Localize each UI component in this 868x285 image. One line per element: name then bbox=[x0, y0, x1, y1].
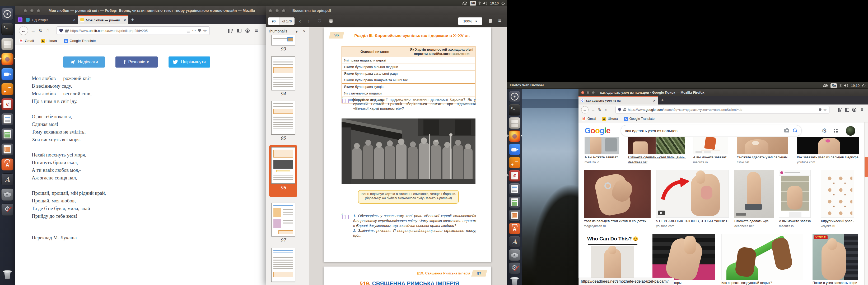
search-query[interactable]: как сделать узел из пальцев bbox=[625, 129, 781, 133]
account-icon[interactable] bbox=[852, 108, 857, 112]
page-number-entry[interactable]: 96 bbox=[268, 17, 279, 25]
tab-close-icon[interactable]: ✕ bbox=[71, 18, 76, 22]
keyboard-layout-indicator[interactable]: Ru bbox=[470, 1, 476, 5]
pinned-tab-icon[interactable] bbox=[18, 17, 23, 22]
result-caption[interactable]: 5 НЕРЕАЛЬНЫХ ТРЮКОВ, ЧТОБЫ УДИВИТЬ ... bbox=[656, 219, 729, 223]
scrollbar-thumb[interactable] bbox=[865, 157, 868, 177]
menu-icon[interactable]: ≡ bbox=[498, 18, 501, 23]
zoom-dropdown[interactable]: 100%▾ bbox=[458, 17, 482, 25]
firefox-icon[interactable] bbox=[1, 53, 13, 65]
sidebar-icon[interactable] bbox=[237, 29, 242, 32]
menu-icon[interactable]: ≡ bbox=[861, 107, 864, 112]
thumbnail-page-94[interactable] bbox=[271, 57, 295, 90]
session-gear-icon[interactable] bbox=[862, 84, 866, 87]
zoom-app-icon[interactable] bbox=[1, 68, 13, 80]
zoom-app-icon[interactable] bbox=[509, 144, 520, 155]
result-caption[interactable]: А вы можете завязат... bbox=[585, 155, 622, 159]
url-text[interactable]: https://www.ukrlib.com.ua/world/printit.… bbox=[70, 29, 185, 33]
back-button[interactable]: ← bbox=[581, 106, 589, 113]
result-caption-hovered[interactable]: Сможете сделать «узел пальцами»... bbox=[628, 155, 686, 159]
document-viewer-icon[interactable] bbox=[509, 170, 520, 182]
page-actions-icon[interactable]: ⋯ bbox=[813, 108, 817, 112]
result-image[interactable] bbox=[821, 170, 854, 218]
terminal-icon[interactable] bbox=[1, 23, 13, 35]
result-caption[interactable]: Сможете сделать «уз... bbox=[734, 219, 774, 223]
minimize-button[interactable] bbox=[586, 91, 590, 94]
new-tab-button[interactable]: + bbox=[661, 97, 664, 103]
thumbnail-page-95[interactable] bbox=[271, 101, 295, 135]
sidebar-toggle-icon[interactable] bbox=[330, 19, 333, 23]
titlebar[interactable]: Всесвітня історія.pdf bbox=[266, 6, 507, 15]
result-image[interactable] bbox=[779, 170, 811, 218]
result-caption[interactable]: Узел из пальцев стал хитом в соцсетях bbox=[584, 219, 651, 223]
bookmark-star-icon[interactable]: ☆ bbox=[824, 107, 827, 112]
home-button[interactable]: ⌂ bbox=[46, 28, 50, 33]
calculator-icon[interactable] bbox=[509, 157, 520, 168]
trash-icon[interactable] bbox=[1, 268, 13, 280]
sidebar-dropdown-icon[interactable]: ▾ bbox=[296, 29, 298, 34]
bluetooth-icon[interactable] bbox=[478, 1, 481, 5]
terminal-icon[interactable] bbox=[509, 104, 520, 116]
result-caption[interactable]: Как завязать узел из пальцев Надюфа... bbox=[797, 155, 862, 159]
thumbnail-page-97[interactable] bbox=[271, 203, 295, 237]
menu-icon[interactable]: ≡ bbox=[255, 28, 258, 33]
result-caption-partial[interactable]: Как сорвать воздушный шарик? bbox=[721, 281, 803, 285]
library-icon[interactable] bbox=[837, 108, 840, 112]
home-button[interactable]: ⌂ bbox=[605, 107, 607, 111]
titlebar[interactable]: Моя любов — рожевий квіт — Роберт Бернс,… bbox=[15, 6, 266, 15]
thumbnail-page-96[interactable] bbox=[271, 147, 295, 184]
result-image[interactable] bbox=[656, 170, 729, 218]
result-caption[interactable]: А вы можете завязат... bbox=[779, 219, 811, 223]
result-image[interactable] bbox=[734, 170, 774, 218]
forward-button[interactable]: → bbox=[31, 28, 35, 33]
result-image[interactable] bbox=[584, 170, 651, 218]
files-icon[interactable] bbox=[509, 117, 520, 129]
result-image-meme[interactable]: Who Can Do This? bbox=[584, 234, 641, 280]
ubuntu-dash-icon[interactable] bbox=[1, 8, 13, 20]
reader-mode-icon[interactable] bbox=[187, 29, 190, 32]
libreoffice-writer-icon[interactable] bbox=[1, 113, 13, 126]
search-box[interactable]: как сделать узел из пальцев bbox=[621, 125, 802, 136]
bookmark-translate[interactable]: Google Translate bbox=[64, 39, 96, 43]
clock[interactable]: 19:10 bbox=[851, 84, 860, 87]
library-icon[interactable] bbox=[228, 29, 232, 33]
result-image[interactable] bbox=[628, 137, 685, 154]
software-center-icon[interactable] bbox=[1, 158, 13, 171]
result-caption[interactable]: А вы можете завязат... bbox=[693, 155, 730, 159]
left-system-tray[interactable]: Ru 19:10 bbox=[463, 0, 505, 6]
reload-button[interactable]: ↻ bbox=[598, 108, 601, 112]
telegram-share-button[interactable]: Надіслати bbox=[63, 57, 105, 68]
twitter-share-button[interactable]: Цвірінькнути bbox=[168, 57, 210, 68]
url-bar[interactable]: https://www.google.com/search?q=как+сдел… bbox=[616, 106, 830, 113]
libreoffice-calc-icon[interactable] bbox=[1, 128, 13, 140]
system-settings-icon[interactable] bbox=[509, 262, 520, 274]
calculator-icon[interactable] bbox=[1, 83, 13, 95]
maximize-button[interactable] bbox=[282, 9, 285, 13]
back-button[interactable]: ← bbox=[19, 26, 28, 35]
maximize-button[interactable] bbox=[592, 91, 595, 94]
libreoffice-impress-icon[interactable] bbox=[509, 210, 520, 221]
libreoffice-writer-icon[interactable] bbox=[509, 183, 520, 195]
camera-search-icon[interactable] bbox=[784, 129, 789, 133]
settings-gear-icon[interactable]: ⚙ bbox=[822, 127, 827, 134]
wifi-icon[interactable] bbox=[463, 2, 467, 5]
a-app-icon[interactable] bbox=[509, 236, 520, 248]
sidebar-icon[interactable] bbox=[845, 108, 849, 112]
annotations-icon[interactable] bbox=[489, 19, 492, 23]
a-app-icon[interactable] bbox=[1, 173, 13, 185]
tab-close-icon[interactable]: ✕ bbox=[121, 18, 126, 22]
google-search-icon[interactable] bbox=[793, 129, 797, 133]
bookmark-translate[interactable]: Google Translate bbox=[624, 117, 655, 121]
volume-icon[interactable] bbox=[483, 1, 488, 5]
tab-google-search[interactable]: G как сделать узел из па ✕ bbox=[579, 96, 658, 105]
page-actions-icon[interactable]: ⋯ bbox=[192, 28, 196, 33]
close-button[interactable] bbox=[24, 9, 27, 13]
result-caption[interactable]: Хирургический узел - ... bbox=[821, 219, 854, 223]
result-caption-partial[interactable]: Почти в узел завязать нефи bbox=[812, 281, 858, 285]
result-image[interactable] bbox=[693, 137, 728, 154]
files-icon[interactable] bbox=[1, 38, 13, 50]
forward-button[interactable]: → bbox=[591, 108, 595, 112]
software-center-icon[interactable] bbox=[509, 223, 520, 234]
selected-thumbnail-highlight[interactable]: 96 bbox=[269, 145, 297, 197]
trash-icon[interactable] bbox=[509, 275, 520, 285]
